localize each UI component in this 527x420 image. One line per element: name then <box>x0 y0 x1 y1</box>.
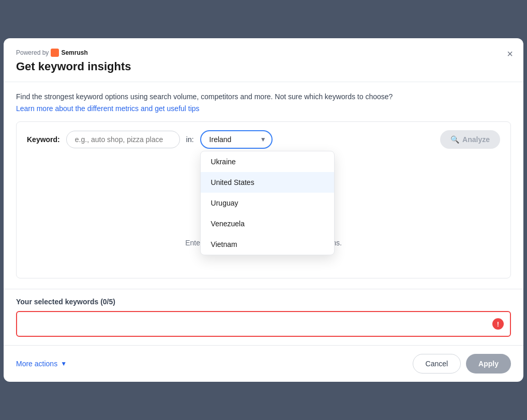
analyze-label: Analyze <box>462 135 490 144</box>
modal-header: Powered by Semrush Get keyword insights … <box>4 38 523 82</box>
search-icon: 🔍 <box>450 135 459 144</box>
country-select[interactable]: Ireland <box>200 130 273 149</box>
modal-footer: More actions ▼ Cancel Apply <box>4 345 523 382</box>
semrush-icon <box>51 49 59 57</box>
dropdown-item-uruguay[interactable]: Uruguay <box>201 193 334 213</box>
error-icon: ! <box>492 318 504 330</box>
description-text: Find the strongest keyword options using… <box>16 92 511 101</box>
dropdown-item-vietnam[interactable]: Vietnam <box>201 234 334 255</box>
semrush-brand: Semrush <box>61 49 87 56</box>
powered-by: Powered by Semrush <box>16 49 511 57</box>
country-select-wrapper: Ireland ▼ Ukraine United States <box>200 130 273 149</box>
modal-body: Find the strongest keyword options using… <box>4 82 523 289</box>
cancel-button[interactable]: Cancel <box>413 354 461 374</box>
in-label: in: <box>186 135 194 144</box>
powered-by-text: Powered by <box>16 49 49 56</box>
more-actions-label: More actions <box>16 360 57 368</box>
keyword-row: Keyword: in: Ireland ▼ Ukraine <box>17 122 510 157</box>
selected-keywords-label: Your selected keywords (0/5) <box>16 298 511 306</box>
apply-button[interactable]: Apply <box>466 354 511 374</box>
modal-title: Get keyword insights <box>16 60 511 73</box>
chevron-down-icon: ▼ <box>61 360 67 367</box>
keyword-input[interactable] <box>66 131 180 148</box>
analyze-button[interactable]: 🔍 Analyze <box>440 130 500 149</box>
country-dropdown: Ukraine United States Uruguay Venezuela <box>200 151 335 255</box>
dropdown-item-ukraine[interactable]: Ukraine <box>201 151 334 172</box>
keyword-panel: Keyword: in: Ireland ▼ Ukraine <box>16 121 511 278</box>
dropdown-scroll[interactable]: Ukraine United States Uruguay Venezuela <box>201 151 334 255</box>
close-button[interactable]: × <box>505 46 515 61</box>
selected-keywords-section: Your selected keywords (0/5) ! <box>4 289 523 345</box>
learn-more-link[interactable]: Learn more about the different metrics a… <box>16 104 200 113</box>
dropdown-item-venezuela[interactable]: Venezuela <box>201 213 334 234</box>
more-actions-button[interactable]: More actions ▼ <box>16 360 67 368</box>
modal-container: Powered by Semrush Get keyword insights … <box>4 38 523 382</box>
keyword-label: Keyword: <box>27 135 60 144</box>
footer-right: Cancel Apply <box>413 354 511 374</box>
keywords-input-box[interactable]: ! <box>16 311 511 337</box>
dropdown-item-united-states[interactable]: United States <box>201 172 334 193</box>
